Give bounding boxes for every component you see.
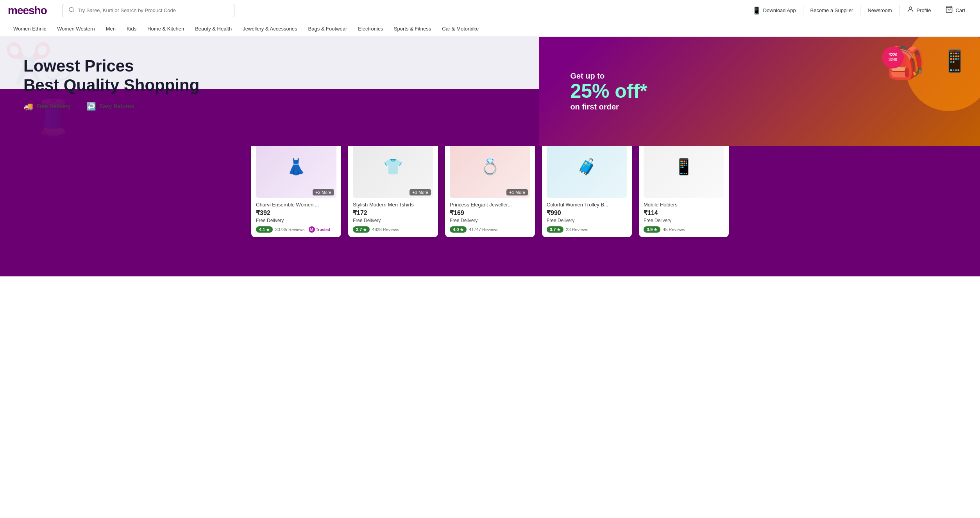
become-supplier-link[interactable]: Become a Supplier bbox=[803, 5, 861, 16]
product-name: Charvi Ensemble Women ... bbox=[256, 202, 336, 208]
product-price: ₹392 bbox=[256, 209, 336, 217]
product-card[interactable]: 👕 +3 More Stylish Modern Men Tshirts ₹17… bbox=[348, 146, 438, 237]
svg-point-1 bbox=[909, 7, 912, 9]
returns-icon: ↩️ bbox=[86, 102, 96, 111]
product-delivery: Free Delivery bbox=[256, 218, 336, 223]
rating-badge: 4.1 ★ bbox=[256, 226, 273, 233]
nav-car-motorbike[interactable]: Car & Motorbike bbox=[436, 21, 484, 36]
profile-link[interactable]: Profile bbox=[900, 3, 939, 18]
become-supplier-label: Become a Supplier bbox=[810, 7, 853, 13]
nav-jewellery[interactable]: Jewellery & Accessories bbox=[237, 21, 302, 36]
product-name: Stylish Modern Men Tshirts bbox=[353, 202, 433, 208]
download-app-label: Download App bbox=[763, 7, 796, 13]
product-image: 👗 +2 More bbox=[256, 146, 336, 198]
product-rating: 3.7 ★ 23 Reviews bbox=[547, 226, 627, 233]
product-card[interactable]: 🧳 Colorful Women Trolley B... ₹990 Free … bbox=[542, 146, 632, 237]
badge-original: 3240 bbox=[889, 57, 897, 62]
trusted-badge: M Trusted bbox=[309, 226, 330, 233]
product-name: Mobile Holders bbox=[644, 202, 724, 208]
product-image: 💍 +1 More bbox=[450, 146, 530, 198]
product-emoji: 📱 bbox=[644, 146, 724, 198]
product-image: 📱 bbox=[644, 146, 724, 198]
review-count: 41747 Reviews bbox=[469, 227, 498, 232]
nav-sports[interactable]: Sports & Fitness bbox=[388, 21, 436, 36]
product-name: Princess Elegant Jeweller... bbox=[450, 202, 530, 208]
profile-label: Profile bbox=[917, 7, 931, 13]
newsroom-link[interactable]: Newsroom bbox=[860, 5, 899, 16]
nav-bags-footwear[interactable]: Bags & Footwear bbox=[303, 21, 353, 36]
review-count: 4828 Reviews bbox=[372, 227, 399, 232]
hero-features: 🚚 Free Delivery ↩️ Easy Returns bbox=[23, 102, 957, 111]
product-rating: 3.7 ★ 4828 Reviews bbox=[353, 226, 433, 233]
hero-title-line1: Lowest Prices bbox=[23, 57, 957, 75]
price-badge: ₹220 3240 bbox=[882, 47, 904, 68]
product-delivery: Free Delivery bbox=[547, 218, 627, 223]
site-logo[interactable]: meesho bbox=[8, 4, 55, 17]
nav-kids[interactable]: Kids bbox=[121, 21, 142, 36]
download-app-link[interactable]: 📱 Download App bbox=[745, 4, 803, 17]
cart-icon bbox=[945, 5, 953, 15]
search-bar bbox=[63, 4, 234, 17]
rating-badge: 3.9 ★ bbox=[644, 226, 660, 233]
product-name: Colorful Women Trolley B... bbox=[547, 202, 627, 208]
trusted-icon: M bbox=[309, 226, 315, 233]
product-price: ₹169 bbox=[450, 209, 530, 217]
right-banner-discount: 25% off* bbox=[570, 81, 647, 101]
product-delivery: Free Delivery bbox=[353, 218, 433, 223]
rating-badge: 4.0 ★ bbox=[450, 226, 467, 233]
product-card[interactable]: 💍 +1 More Princess Elegant Jeweller... ₹… bbox=[445, 146, 535, 237]
search-input[interactable] bbox=[78, 7, 229, 13]
phone-icon: 📱 bbox=[752, 6, 761, 15]
search-icon bbox=[68, 7, 75, 14]
rating-badge: 3.7 ★ bbox=[353, 226, 370, 233]
product-rating: 4.0 ★ 41747 Reviews bbox=[450, 226, 530, 233]
svg-point-0 bbox=[69, 7, 73, 12]
products-section: 👗 +2 More Charvi Ensemble Women ... ₹392… bbox=[0, 146, 980, 276]
more-badge: +3 More bbox=[410, 189, 431, 195]
star-icon: ★ bbox=[266, 228, 270, 232]
main-nav: Women Ethnic Women Western Men Kids Home… bbox=[0, 21, 980, 37]
cart-link[interactable]: Cart bbox=[938, 3, 972, 18]
main-content: ✂️ 🪡 🧵 Lowest Prices Best Quality Shoppi… bbox=[0, 37, 980, 310]
product-emoji: 🧳 bbox=[547, 146, 627, 198]
profile-icon bbox=[907, 5, 914, 15]
hero-text: Lowest Prices Best Quality Shopping 🚚 Fr… bbox=[23, 57, 957, 123]
rating-badge: 3.7 ★ bbox=[547, 226, 563, 233]
more-badge: +2 More bbox=[313, 189, 334, 195]
nav-beauty-health[interactable]: Beauty & Health bbox=[190, 21, 237, 36]
hero-title: Lowest Prices Best Quality Shopping bbox=[23, 57, 957, 95]
right-banner-title: Get up to bbox=[570, 72, 647, 81]
more-badge: +1 More bbox=[506, 189, 528, 195]
hero-feature-returns-label: Easy Returns bbox=[99, 103, 134, 109]
nav-home-kitchen[interactable]: Home & Kitchen bbox=[142, 21, 190, 36]
cart-label: Cart bbox=[955, 7, 965, 13]
product-price: ₹990 bbox=[547, 209, 627, 217]
product-image: 👕 +3 More bbox=[353, 146, 433, 198]
delivery-icon: 🚚 bbox=[23, 102, 33, 111]
newsroom-label: Newsroom bbox=[867, 7, 892, 13]
hero-feature-returns: ↩️ Easy Returns bbox=[86, 102, 134, 111]
nav-men[interactable]: Men bbox=[100, 21, 121, 36]
review-count: 30735 Reviews bbox=[275, 227, 304, 232]
right-banner-subtitle: on first order bbox=[570, 102, 647, 111]
nav-women-western[interactable]: Women Western bbox=[52, 21, 100, 36]
nav-women-ethnic[interactable]: Women Ethnic bbox=[8, 21, 52, 36]
star-icon: ★ bbox=[557, 228, 560, 232]
product-rating: 3.9 ★ 45 Reviews bbox=[644, 226, 724, 233]
product-rating: 4.1 ★ 30735 Reviews M Trusted bbox=[256, 226, 336, 233]
site-header: meesho 📱 Download App Become a Supplier … bbox=[0, 0, 980, 21]
product-image: 🧳 bbox=[547, 146, 627, 198]
product-card[interactable]: 📱 Mobile Holders ₹114 Free Delivery 3.9 … bbox=[639, 146, 729, 237]
product-price: ₹114 bbox=[644, 209, 724, 217]
product-price: ₹172 bbox=[353, 209, 433, 217]
product-delivery: Free Delivery bbox=[644, 218, 724, 223]
star-icon: ★ bbox=[363, 228, 367, 232]
nav-electronics[interactable]: Electronics bbox=[352, 21, 388, 36]
review-count: 45 Reviews bbox=[663, 227, 685, 232]
hero-title-line2: Best Quality Shopping bbox=[23, 76, 957, 95]
product-card[interactable]: 👗 +2 More Charvi Ensemble Women ... ₹392… bbox=[251, 146, 341, 237]
hero-feature-delivery-label: Free Delivery bbox=[36, 103, 71, 109]
review-count: 23 Reviews bbox=[566, 227, 588, 232]
star-icon: ★ bbox=[460, 228, 463, 232]
right-banner-content: Get up to 25% off* on first order bbox=[554, 60, 663, 123]
